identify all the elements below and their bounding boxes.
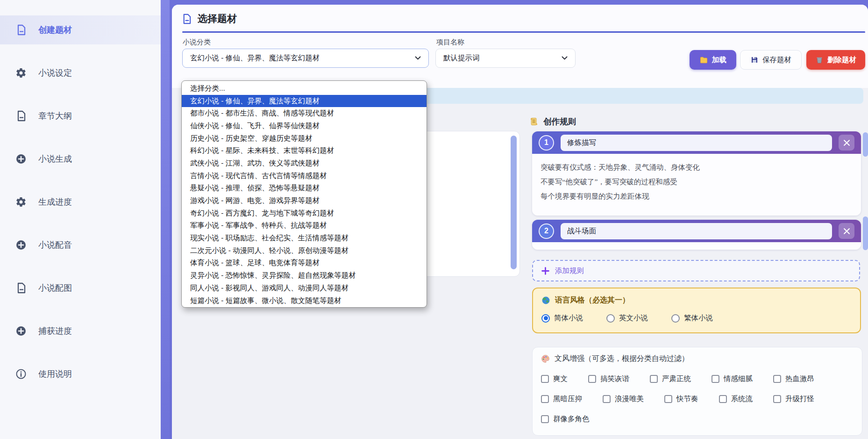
- checkbox-icon[interactable]: [773, 395, 781, 403]
- delete-theme-button[interactable]: 删除题材: [806, 50, 865, 70]
- sidebar-item-0[interactable]: 创建题材: [0, 15, 161, 44]
- style-checkbox-item[interactable]: 系统流: [719, 394, 753, 404]
- rule-1-number-badge: 1: [539, 135, 554, 151]
- sidebar-item-4[interactable]: 生成进度: [0, 187, 161, 216]
- checkbox-icon[interactable]: [541, 395, 549, 403]
- dropdown-option-6[interactable]: 武侠小说 - 江湖、武功、侠义等武侠题材: [182, 157, 427, 170]
- load-button[interactable]: 加载: [690, 50, 736, 70]
- rule-2-description[interactable]: [532, 242, 861, 250]
- style-checkbox-item[interactable]: 爽文: [541, 374, 568, 384]
- dropdown-option-1[interactable]: 玄幻小说 - 修仙、异界、魔法等玄幻题材: [182, 95, 427, 108]
- dropdown-option-3[interactable]: 仙侠小说 - 修仙、飞升、仙界等仙侠题材: [182, 120, 427, 132]
- dropdown-option-8[interactable]: 悬疑小说 - 推理、侦探、恐怖等悬疑题材: [182, 182, 427, 195]
- checkbox-icon[interactable]: [541, 375, 549, 383]
- textarea-scrollbar[interactable]: [511, 136, 517, 269]
- checkbox-icon[interactable]: [541, 415, 549, 423]
- checkbox-icon[interactable]: [773, 375, 781, 383]
- sidebar-item-2[interactable]: 章节大纲: [0, 101, 161, 130]
- style-checkbox-item[interactable]: 快节奏: [664, 394, 698, 404]
- title-underline: [182, 31, 865, 33]
- app-window: 创建题材小说设定章节大纲小说生成生成进度小说配音小说配图捕获进度使用说明 选择题…: [0, 0, 868, 439]
- globe-icon: [541, 296, 550, 305]
- load-button-label: 加载: [712, 55, 726, 65]
- style-checkbox-label: 升级打怪: [785, 394, 814, 404]
- plus-icon: [541, 267, 549, 275]
- add-rule-label: 添加规则: [555, 266, 584, 276]
- rules-scrollbar-2[interactable]: [863, 216, 868, 250]
- dropdown-option-9[interactable]: 游戏小说 - 网游、电竞、游戏异界等题材: [182, 194, 427, 207]
- radio-checked-icon[interactable]: [541, 314, 550, 323]
- style-boost-title-label: 文风增强（可多选，根据分类自动过滤）: [555, 354, 689, 364]
- rule-1-description[interactable]: 突破要有仪式感：天地异象、灵气涌动、身体变化 不要写“他突破了”，要写突破的过程…: [532, 154, 861, 216]
- dropdown-option-11[interactable]: 军事小说 - 军事战争、特种兵、抗战等题材: [182, 220, 427, 232]
- dropdown-option-5[interactable]: 科幻小说 - 星际、未来科技、末世等科幻题材: [182, 144, 427, 157]
- checkbox-icon[interactable]: [664, 395, 672, 403]
- sidebar-item-5[interactable]: 小说配音: [0, 230, 161, 259]
- dropdown-option-17[interactable]: 短篇小说 - 短篇故事、微小说、散文随笔等题材: [182, 295, 427, 307]
- style-checkbox-item[interactable]: 升级打怪: [773, 394, 814, 404]
- style-checkbox-item[interactable]: 群像多角色: [541, 414, 590, 424]
- sidebar-item-label: 小说配图: [38, 282, 72, 294]
- language-options: 简体小说英文小说繁体小说: [541, 313, 852, 323]
- language-radio-label: 英文小说: [619, 313, 648, 323]
- category-select[interactable]: 玄幻小说 - 修仙、异界、魔法等玄幻题材: [182, 49, 429, 68]
- dropdown-option-14[interactable]: 体育小说 - 篮球、足球、电竞体育等题材: [182, 257, 427, 270]
- floppy-disk-icon: [750, 56, 759, 64]
- category-dropdown-list: 选择分类...玄幻小说 - 修仙、异界、魔法等玄幻题材都市小说 - 都市生活、商…: [181, 80, 427, 308]
- rule-1-name-input[interactable]: 修炼描写: [561, 135, 832, 151]
- trash-icon: [815, 56, 824, 64]
- style-checkbox-item[interactable]: 热血激昂: [773, 374, 814, 384]
- checkbox-icon[interactable]: [588, 375, 596, 383]
- language-radio-0[interactable]: 简体小说: [541, 313, 583, 323]
- plus-circle-icon: [15, 153, 27, 165]
- language-radio-1[interactable]: 英文小说: [606, 313, 648, 323]
- dropdown-option-4[interactable]: 历史小说 - 历史架空、穿越历史等题材: [182, 132, 427, 145]
- sidebar-item-8[interactable]: 使用说明: [0, 360, 161, 389]
- radio-icon[interactable]: [606, 314, 615, 323]
- style-checkbox-item[interactable]: 浪漫唯美: [603, 394, 644, 404]
- dropdown-option-0[interactable]: 选择分类...: [182, 82, 427, 95]
- sidebar-item-3[interactable]: 小说生成: [0, 144, 161, 173]
- language-style-box: 语言风格（必选其一） 简体小说英文小说繁体小说: [532, 288, 861, 333]
- checkbox-icon[interactable]: [711, 375, 719, 383]
- dropdown-option-2[interactable]: 都市小说 - 都市生活、商战、情感等现代题材: [182, 107, 427, 120]
- style-boost-row-1: 黑暗压抑浪漫唯美快节奏系统流升级打怪: [541, 394, 854, 404]
- rules-scrollbar[interactable]: [863, 132, 868, 157]
- document-icon: [15, 282, 27, 294]
- dropdown-option-13[interactable]: 二次元小说 - 动漫同人、轻小说、原创动漫等题材: [182, 245, 427, 257]
- dropdown-option-16[interactable]: 同人小说 - 影视同人、游戏同人、动漫同人等题材: [182, 282, 427, 295]
- style-checkbox-item[interactable]: 情感细腻: [711, 374, 753, 384]
- project-select[interactable]: 默认提示词: [435, 49, 576, 68]
- palette-icon: [541, 354, 550, 363]
- rule-1-close-button[interactable]: [839, 135, 854, 151]
- rule-2-close-button[interactable]: [839, 223, 854, 239]
- style-checkbox-label: 情感细腻: [724, 374, 753, 384]
- style-checkbox-item[interactable]: 黑暗压抑: [541, 394, 582, 404]
- checkbox-icon[interactable]: [603, 395, 611, 403]
- sidebar-item-6[interactable]: 小说配图: [0, 273, 161, 302]
- style-checkbox-label: 浪漫唯美: [615, 394, 644, 404]
- style-checkbox-item[interactable]: 搞笑诙谐: [588, 374, 629, 384]
- sidebar-item-1[interactable]: 小说设定: [0, 58, 161, 87]
- rule-card-1: 1 修炼描写 突破要有仪式感：天地异象、灵气涌动、身体变化 不要写“他突破了”，…: [532, 131, 861, 216]
- radio-icon[interactable]: [671, 314, 680, 323]
- dropdown-option-12[interactable]: 现实小说 - 职场励志、社会纪实、生活情感等题材: [182, 232, 427, 245]
- sidebar-item-7[interactable]: 捕获进度: [0, 317, 161, 345]
- sidebar-accent-bar: [161, 0, 170, 439]
- style-checkbox-item[interactable]: 严肃正统: [650, 374, 691, 384]
- language-radio-label: 繁体小说: [684, 313, 713, 323]
- language-style-title-label: 语言风格（必选其一）: [555, 295, 630, 305]
- rule-2-name-input[interactable]: 战斗场面: [561, 223, 832, 239]
- dropdown-option-10[interactable]: 奇幻小说 - 西方魔幻、龙与地下城等奇幻题材: [182, 207, 427, 220]
- sidebar-item-label: 章节大纲: [38, 110, 72, 122]
- save-theme-button[interactable]: 保存题材: [740, 50, 802, 70]
- language-radio-2[interactable]: 繁体小说: [671, 313, 713, 323]
- add-rule-button[interactable]: 添加规则: [532, 260, 860, 281]
- checkbox-icon[interactable]: [719, 395, 727, 403]
- style-checkbox-label: 严肃正统: [662, 374, 691, 384]
- close-icon: [843, 228, 850, 235]
- scroll-icon: [529, 117, 539, 126]
- dropdown-option-7[interactable]: 言情小说 - 现代言情、古代言情等情感题材: [182, 170, 427, 182]
- dropdown-option-15[interactable]: 灵异小说 - 恐怖惊悚、灵异探险、超自然现象等题材: [182, 269, 427, 282]
- checkbox-icon[interactable]: [650, 375, 658, 383]
